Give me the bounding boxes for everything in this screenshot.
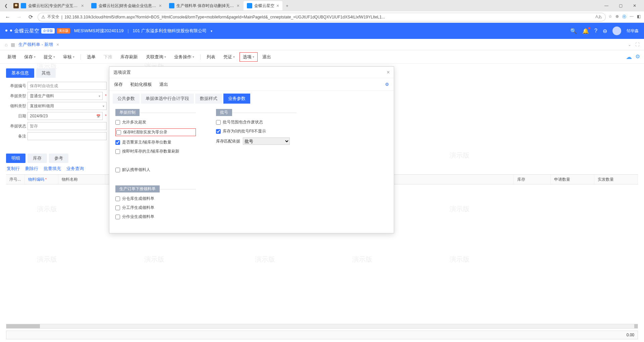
dlg-tab-1[interactable]: 单据体选中行合计字段 <box>141 94 194 104</box>
tb-list[interactable]: 列表 <box>203 52 219 62</box>
chk-split-stock[interactable]: 分仓库生成领料单 <box>115 196 196 202</box>
section-push: 生产订单下推领料单 <box>115 185 160 192</box>
tb-new[interactable]: 新增 <box>4 52 19 62</box>
dlg-inittpl[interactable]: 初始化模板 <box>130 81 152 88</box>
tb-voucher[interactable]: 凭证▾ <box>220 52 238 62</box>
cloud-icon[interactable]: ☁ <box>626 53 632 61</box>
select-billtype[interactable]: 普通生产领料▾ <box>28 92 103 100</box>
dtab-detail[interactable]: 明细 <box>6 154 25 163</box>
tb-select[interactable]: 选单 <box>84 52 99 62</box>
select-matchby[interactable]: 批号 <box>243 137 290 145</box>
history-icon[interactable]: ❮ <box>4 3 8 8</box>
window-close-icon[interactable]: ✕ <box>632 3 637 8</box>
address-bar[interactable]: ⚠ 不安全 | 192.168.3.10/k3cloud/html5/dform… <box>38 13 606 21</box>
th-seq[interactable]: 序号... <box>6 175 25 184</box>
bell-icon[interactable]: 🔔 <box>582 28 589 34</box>
chk-split-op[interactable]: 分工序生成领料单 <box>115 205 196 211</box>
th-stock[interactable]: 库存 <box>514 175 551 184</box>
select-mattype[interactable]: 直接材料领用▾ <box>28 102 107 110</box>
chk-allow-over[interactable]: 允许多次超发 <box>115 119 196 125</box>
tb-stockrefresh[interactable]: 库存刷新 <box>117 52 141 62</box>
nav-forward-icon[interactable]: → <box>15 13 23 21</box>
window-maximize-icon[interactable]: ▢ <box>618 3 623 8</box>
chk-clear-zero[interactable]: 保存时清除实发为零分录 <box>115 128 196 136</box>
tb-submit[interactable]: 提交▾ <box>40 52 58 62</box>
th-matcode[interactable]: 物料编码* <box>25 175 58 184</box>
org-label[interactable]: 101 广东溢多利生物科技股份有限公司 <box>133 28 207 34</box>
browser-tab-3[interactable]: 金蝶云星空 × <box>244 1 282 10</box>
insecure-label: 不安全 <box>47 14 59 20</box>
fullscreen-icon[interactable]: ⛶ <box>635 42 639 47</box>
tab-basic[interactable]: 基本信息 <box>6 68 34 78</box>
favicon <box>91 3 97 8</box>
btn-bizquery[interactable]: 业务查询 <box>66 166 84 172</box>
apps-icon[interactable]: ▦ <box>11 42 15 47</box>
th-matname[interactable]: 物料名称 <box>58 175 105 184</box>
h-scrollbar[interactable] <box>6 324 638 329</box>
user-name[interactable]: 邹华鑫 <box>627 28 639 34</box>
insecure-icon: ⚠ <box>41 14 45 19</box>
footer-total: 0.00 <box>6 331 638 339</box>
tb-options[interactable]: 选项▾ <box>239 52 258 62</box>
tab-close-icon[interactable]: × <box>237 3 239 8</box>
gear-icon[interactable]: ⚙ <box>385 82 389 87</box>
chk-lot-zero[interactable]: 库存为0的批号F8不显示 <box>216 128 297 134</box>
help-icon[interactable]: ? <box>594 28 597 34</box>
chk-default-picker[interactable]: 默认携带领料人 <box>115 167 196 173</box>
tb-exit[interactable]: 退出 <box>259 52 274 62</box>
favorite-icon[interactable]: ☆ <box>608 14 612 20</box>
chk-recalc[interactable]: 是否重算主/辅库存单位数量 <box>115 139 196 145</box>
dialog-close-icon[interactable]: × <box>387 69 390 75</box>
tb-audit[interactable]: 审核▾ <box>60 52 78 62</box>
new-tab-icon[interactable]: ＋ <box>285 3 289 8</box>
dialog-title: 选项设置 <box>113 69 131 75</box>
tb-save[interactable]: 保存▾ <box>21 52 39 62</box>
dlg-tab-0[interactable]: 公共参数 <box>113 94 140 104</box>
favicon <box>247 3 252 8</box>
dtab-ref[interactable]: 参考 <box>49 154 68 163</box>
th-actualqty[interactable]: 实发数量 <box>594 175 638 184</box>
chk-lot-void[interactable]: 批号范围包含作废状态 <box>216 119 297 125</box>
section-billctrl: 单据控制 <box>115 109 140 116</box>
tb-bizop[interactable]: 业务操作▾ <box>171 52 198 62</box>
more-icon[interactable]: ⋯ <box>630 14 634 20</box>
gear-icon[interactable]: ⚙ <box>635 53 640 61</box>
home-icon[interactable]: ⌂ <box>5 42 7 47</box>
tab-close-icon[interactable]: × <box>159 3 162 8</box>
browser-tab-0[interactable]: 金蝶云社区|专业的产业互联网社区 × <box>10 1 87 10</box>
tab-close-icon[interactable]: × <box>276 3 279 8</box>
tab-other[interactable]: 其他 <box>36 68 56 78</box>
page-title[interactable]: 生产领料单 - 新增 <box>18 42 53 48</box>
tab-close-icon[interactable]: × <box>81 3 84 8</box>
search-icon[interactable]: 🔍 <box>570 28 577 34</box>
chk-refresh-by-stock[interactable]: 按即时库存的主/辅库存数量刷新 <box>115 149 196 154</box>
dlg-exit[interactable]: 退出 <box>159 81 168 88</box>
btn-copyrow[interactable]: 复制行 <box>7 166 20 172</box>
chk-split-job[interactable]: 分作业生成领料单 <box>115 214 196 220</box>
nav-reload-icon[interactable]: ⟳ <box>26 13 35 21</box>
minus-icon[interactable]: ⊖ <box>603 28 607 34</box>
action-toolbar: 新增 保存▾ 提交▾ 审核▾ 选单 下推 库存刷新 关联查询▾ 业务操作▾ 列表… <box>0 50 644 64</box>
tb-relquery[interactable]: 关联查询▾ <box>143 52 169 62</box>
btn-delrow[interactable]: 删除行 <box>25 166 38 172</box>
dlg-tab-3[interactable]: 业务参数 <box>223 94 250 104</box>
translate-icon[interactable]: Aあ <box>595 14 602 20</box>
avatar[interactable] <box>612 26 621 35</box>
btn-batchfill[interactable]: 批量填充 <box>44 166 61 172</box>
nav-back-icon[interactable]: ← <box>3 13 12 21</box>
sidebar-icon[interactable]: ◧ <box>637 14 641 20</box>
th-applyqty[interactable]: 申请数量 <box>551 175 594 184</box>
browser-tab-2[interactable]: 生产领料单 保存时自动删掉无库存... × <box>166 1 243 10</box>
ie-mode-icon[interactable]: ⓔ <box>622 14 626 20</box>
favicon <box>21 3 26 8</box>
dlg-save[interactable]: 保存 <box>114 81 123 88</box>
browser-tab-1[interactable]: 金蝶云社区|财务金融企业信息化|... × <box>88 1 165 10</box>
dlg-tab-2[interactable]: 数据样式 <box>195 94 222 104</box>
tab-close-icon[interactable]: × <box>56 42 59 47</box>
collapse-icon[interactable]: ⌄ <box>628 42 631 47</box>
dtab-stock[interactable]: 库存 <box>28 154 47 163</box>
input-remark[interactable] <box>28 132 107 140</box>
window-minimize-icon[interactable]: — <box>604 3 609 8</box>
collections-icon[interactable]: ⊕ <box>615 14 619 20</box>
input-date[interactable]: 2024/9/23📅 <box>28 112 103 120</box>
